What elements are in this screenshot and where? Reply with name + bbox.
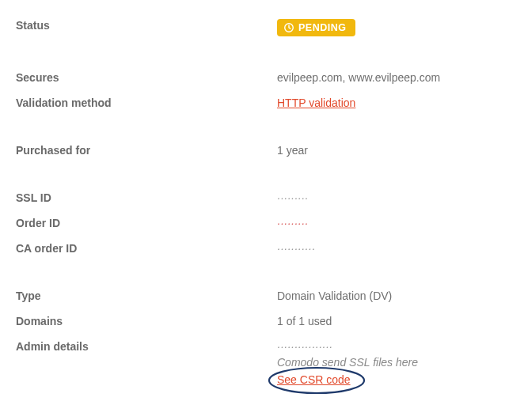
domains-label: Domains xyxy=(16,315,277,327)
validation-method-label: Validation method xyxy=(16,96,277,109)
admin-details-value: ················ xyxy=(277,340,418,353)
status-badge: PENDING xyxy=(277,19,355,36)
order-id-value: ········· xyxy=(277,217,309,229)
secures-value: evilpeep.com, www.evilpeep.com xyxy=(277,71,440,84)
admin-details-label: Admin details xyxy=(16,340,277,353)
status-badge-text: PENDING xyxy=(298,22,346,33)
see-csr-code-link[interactable]: See CSR code xyxy=(277,373,351,386)
ssl-id-label: SSL ID xyxy=(16,191,277,204)
order-id-label: Order ID xyxy=(16,217,277,229)
ca-order-id-label: CA order ID xyxy=(16,242,277,255)
validation-method-link[interactable]: HTTP validation xyxy=(277,96,355,109)
status-label: Status xyxy=(16,19,277,32)
ca-order-id-value: ··········· xyxy=(277,242,315,255)
ssl-id-value: ········· xyxy=(277,191,309,204)
purchased-for-label: Purchased for xyxy=(16,144,277,157)
purchased-for-value: 1 year xyxy=(277,144,308,157)
secures-label: Secures xyxy=(16,71,277,84)
clock-icon xyxy=(283,22,294,33)
type-value: Domain Validation (DV) xyxy=(277,289,392,302)
domains-value: 1 of 1 used xyxy=(277,315,332,327)
type-label: Type xyxy=(16,289,277,302)
